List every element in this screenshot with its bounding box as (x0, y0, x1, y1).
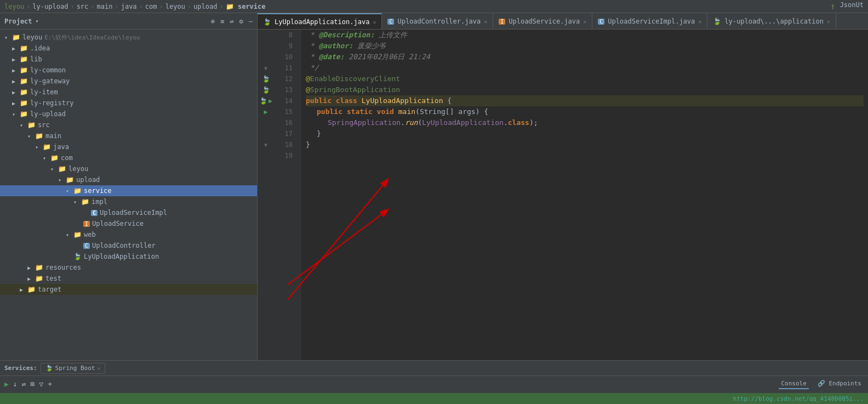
tree-item-com[interactable]: ▾ 📁 com (0, 152, 257, 163)
breadcrumb-item[interactable]: main (97, 3, 113, 10)
folder-icon: 📁 (20, 44, 28, 52)
tree-label: ly-common (30, 66, 66, 74)
filter-btn[interactable]: ▽ (39, 380, 43, 388)
minimize-icon[interactable]: — (249, 18, 253, 25)
breadcrumb-item[interactable]: leyou (165, 3, 185, 10)
fold-icon[interactable]: ▼ (264, 65, 267, 71)
tree-item-UploadServiceImpl[interactable]: C UploadServiceImpl (0, 207, 257, 218)
arrow-icon: ▶ (20, 287, 27, 293)
code-text: * @date: 2021年02月06日 21:24 (306, 52, 430, 62)
dropdown-arrow-icon[interactable]: ▾ (36, 18, 39, 24)
tree-item-ly-common[interactable]: ▶ 📁 ly-common (0, 65, 257, 76)
bottom-panel: Services: 🍃 Spring Boot ✕ ▶ ↓ ⇌ ⊞ ▽ + Co… (0, 360, 868, 393)
breadcrumb-item[interactable]: src (77, 3, 89, 10)
tree-item-ly-registry[interactable]: ▶ 📁 ly-registry (0, 98, 257, 109)
folder-icon: 📁 (27, 286, 36, 293)
sort-icon[interactable]: ≡ (220, 18, 224, 25)
code-line-11: */ (306, 62, 864, 73)
tab-lyupload-app[interactable]: 🍃 ly-upload\...\application ✕ (707, 13, 836, 30)
tab-UploadServiceImpl[interactable]: C UploadServiceImpl.java ✕ (592, 13, 707, 30)
breadcrumb-item[interactable]: upload (193, 3, 217, 10)
arrow-icon: ▶ (27, 276, 35, 282)
tree-item-test[interactable]: ▶ 📁 test (0, 273, 257, 284)
folder-icon: 📁 (43, 143, 51, 151)
tree-item-main[interactable]: ▾ 📁 main (0, 130, 257, 141)
tab-close-btn[interactable]: ✕ (97, 366, 100, 371)
code-line-10: * @date: 2021年02月06日 21:24 (306, 52, 864, 62)
tree-label: lib (30, 55, 42, 63)
tree-item-UploadController[interactable]: C UploadController (0, 240, 257, 251)
code-text: { (447, 95, 452, 106)
arrow-icon: ▶ (12, 89, 20, 95)
tree-item-java[interactable]: ▾ 📁 java (0, 141, 257, 152)
grid-btn[interactable]: ⊞ (30, 380, 35, 388)
tree-item-leyou[interactable]: ▾ 📁 leyou E:\软件\idea\IdeaCode\leyou (0, 32, 257, 43)
folder-icon: 📁 (66, 176, 74, 184)
tree-item-service[interactable]: ▾ 📁 service (0, 185, 257, 196)
tab-LyUploadApplication[interactable]: 🍃 LyUploadApplication.java ✕ (258, 13, 382, 30)
tab-close-icon[interactable]: ✕ (484, 19, 487, 25)
tab-close-icon[interactable]: ✕ (827, 19, 830, 25)
stop-btn[interactable]: ↓ (13, 380, 18, 388)
code-line-16: SpringApplication.run(LyUploadApplicatio… (306, 117, 864, 128)
run-btn[interactable]: ▶ (4, 380, 9, 388)
code-text: } (306, 139, 310, 150)
java-class-icon: C (83, 243, 90, 249)
fold-icon2[interactable]: ▼ (264, 142, 267, 148)
tree-item-lib[interactable]: ▶ 📁 lib (0, 54, 257, 65)
tree-label: UploadController (92, 242, 156, 249)
tree-item-UploadService[interactable]: I UploadService (0, 218, 257, 229)
breadcrumb-item[interactable]: java (121, 3, 137, 10)
arrow-icon: ▾ (43, 155, 50, 161)
code-content[interactable]: * @Description: 上传文件 * @author: 废柴少爷 * @… (301, 30, 868, 360)
run-gutter-icon[interactable]: ▶ (269, 97, 272, 105)
breadcrumb-item[interactable]: com (145, 3, 157, 10)
arrow-icon: ▾ (66, 188, 73, 194)
tree-label: ly-upload (30, 110, 66, 118)
spring-run-icon[interactable]: 🍃 (259, 97, 267, 105)
json-util-icon[interactable]: JsonUt (840, 1, 864, 12)
sub-tabs: Console 🔗 Endpoints (779, 379, 864, 389)
navigate-back-icon[interactable]: ↑ (830, 1, 836, 12)
add-btn[interactable]: + (48, 380, 52, 388)
folder-icon: 📁 (35, 132, 43, 140)
arrow-icon: ▾ (4, 35, 12, 41)
settings-icon[interactable]: ⚙ (239, 18, 243, 25)
tree-item-target[interactable]: ▶ 📁 target (0, 284, 257, 295)
breadcrumb-item[interactable]: ly-upload (32, 3, 68, 10)
tab-UploadService[interactable]: I UploadService.java ✕ (493, 13, 592, 30)
tab-close-icon[interactable]: ✕ (583, 19, 586, 25)
endpoints-tab[interactable]: 🔗 Endpoints (815, 379, 864, 389)
tree-label: target (38, 286, 61, 293)
gutter-16 (258, 117, 274, 128)
tab-close-icon[interactable]: ✕ (373, 19, 376, 25)
arrow-icon: ▶ (27, 265, 35, 271)
expand-icon[interactable]: ⇌ (230, 18, 233, 25)
gutter-10 (258, 52, 274, 62)
tree-item-upload[interactable]: ▾ 📁 upload (0, 174, 257, 185)
tree-item-ly-gateway[interactable]: ▶ 📁 ly-gateway (0, 76, 257, 87)
tab-close-icon[interactable]: ✕ (698, 19, 701, 25)
tab-UploadController[interactable]: C UploadController.java ✕ (382, 13, 493, 30)
run-gutter-icon2[interactable]: ▶ (264, 108, 267, 116)
tree-label: service (84, 187, 112, 195)
add-icon[interactable]: ⊕ (211, 18, 215, 25)
folder-icon: 📁 (35, 275, 43, 282)
tree-item-impl[interactable]: ▾ 📁 impl (0, 196, 257, 207)
tree-item-ly-item[interactable]: ▶ 📁 ly-item (0, 87, 257, 98)
tree-item-src[interactable]: ▾ 📁 src (0, 120, 257, 130)
code-text: EnableDiscoveryClient (310, 73, 400, 84)
bottom-tab-spring-boot[interactable]: 🍃 Spring Boot ✕ (41, 363, 105, 374)
tree-item-idea[interactable]: ▶ 📁 .idea (0, 43, 257, 54)
arrow-icon: ▾ (12, 111, 20, 117)
arrow-icon: ▶ (12, 100, 20, 106)
folder-icon: 📁 (73, 231, 82, 238)
restart-btn[interactable]: ⇌ (22, 380, 26, 388)
breadcrumb-item[interactable]: leyou (4, 3, 24, 10)
tree-item-ly-upload[interactable]: ▾ 📁 ly-upload (0, 109, 257, 120)
tree-item-LyUploadApplication[interactable]: 🍃 LyUploadApplication (0, 251, 257, 262)
tree-item-web[interactable]: ▾ 📁 web (0, 229, 257, 240)
tree-item-resources[interactable]: ▶ 📁 resources (0, 262, 257, 273)
tree-item-leyou-sub[interactable]: ▾ 📁 leyou (0, 163, 257, 174)
console-tab[interactable]: Console (779, 379, 808, 389)
